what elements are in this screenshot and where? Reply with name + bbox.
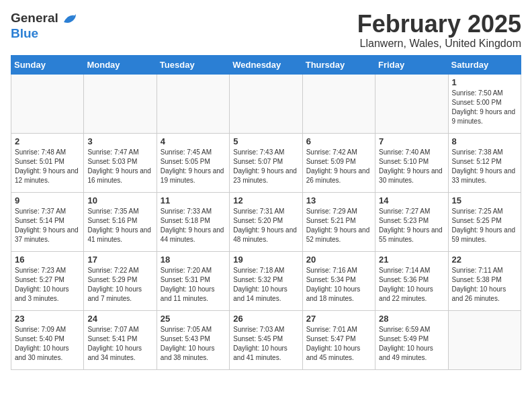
day-info: Sunrise: 7:22 AM Sunset: 5:29 PM Dayligh… [87, 266, 152, 304]
calendar-cell: 19Sunrise: 7:18 AM Sunset: 5:32 PM Dayli… [230, 251, 302, 310]
calendar-cell: 26Sunrise: 7:03 AM Sunset: 5:45 PM Dayli… [230, 310, 302, 369]
calendar-cell [84, 74, 157, 133]
day-info: Sunrise: 7:23 AM Sunset: 5:27 PM Dayligh… [15, 266, 80, 304]
calendar-cell: 22Sunrise: 7:11 AM Sunset: 5:38 PM Dayli… [448, 251, 521, 310]
week-row-5: 23Sunrise: 7:09 AM Sunset: 5:40 PM Dayli… [11, 310, 521, 369]
weekday-header-thursday: Thursday [302, 55, 375, 74]
day-info: Sunrise: 7:48 AM Sunset: 5:01 PM Dayligh… [15, 148, 80, 185]
day-number: 17 [87, 255, 152, 265]
day-number: 4 [161, 136, 226, 146]
day-info: Sunrise: 7:35 AM Sunset: 5:16 PM Dayligh… [87, 207, 152, 244]
day-info: Sunrise: 7:01 AM Sunset: 5:47 PM Dayligh… [306, 325, 371, 363]
calendar-cell: 25Sunrise: 7:05 AM Sunset: 5:43 PM Dayli… [157, 310, 229, 369]
calendar-cell: 23Sunrise: 7:09 AM Sunset: 5:40 PM Dayli… [11, 310, 84, 369]
day-info: Sunrise: 7:37 AM Sunset: 5:14 PM Dayligh… [15, 207, 80, 244]
calendar-cell: 17Sunrise: 7:22 AM Sunset: 5:29 PM Dayli… [84, 251, 157, 310]
calendar-cell: 9Sunrise: 7:37 AM Sunset: 5:14 PM Daylig… [11, 192, 84, 251]
day-number: 7 [379, 136, 444, 146]
calendar-cell: 24Sunrise: 7:07 AM Sunset: 5:41 PM Dayli… [84, 310, 157, 369]
day-number: 1 [452, 77, 517, 87]
calendar-cell: 13Sunrise: 7:29 AM Sunset: 5:21 PM Dayli… [302, 192, 375, 251]
day-info: Sunrise: 6:59 AM Sunset: 5:49 PM Dayligh… [379, 325, 444, 363]
calendar-cell: 6Sunrise: 7:42 AM Sunset: 5:09 PM Daylig… [302, 133, 375, 192]
day-number: 3 [87, 136, 152, 146]
day-number: 20 [306, 255, 371, 265]
logo: General Blue [11, 11, 77, 41]
week-row-2: 2Sunrise: 7:48 AM Sunset: 5:01 PM Daylig… [11, 133, 521, 192]
weekday-header-sunday: Sunday [11, 55, 84, 74]
day-info: Sunrise: 7:38 AM Sunset: 5:12 PM Dayligh… [452, 148, 517, 185]
logo-bird-icon [62, 13, 77, 25]
day-number: 9 [15, 195, 80, 205]
day-number: 13 [306, 195, 371, 205]
day-number: 18 [161, 255, 226, 265]
weekday-header-monday: Monday [84, 55, 157, 74]
calendar-cell [157, 74, 229, 133]
day-info: Sunrise: 7:20 AM Sunset: 5:31 PM Dayligh… [161, 266, 226, 304]
calendar-cell [375, 74, 448, 133]
day-number: 2 [15, 136, 80, 146]
day-number: 11 [161, 195, 226, 205]
calendar-cell: 3Sunrise: 7:47 AM Sunset: 5:03 PM Daylig… [84, 133, 157, 192]
weekday-header-wednesday: Wednesday [230, 55, 302, 74]
day-number: 28 [379, 314, 444, 324]
day-number: 16 [15, 255, 80, 265]
day-number: 26 [233, 314, 298, 324]
day-info: Sunrise: 7:03 AM Sunset: 5:45 PM Dayligh… [233, 325, 298, 363]
day-info: Sunrise: 7:09 AM Sunset: 5:40 PM Dayligh… [15, 325, 80, 363]
day-info: Sunrise: 7:05 AM Sunset: 5:43 PM Dayligh… [161, 325, 226, 363]
day-number: 24 [87, 314, 152, 324]
calendar-cell: 7Sunrise: 7:40 AM Sunset: 5:10 PM Daylig… [375, 133, 448, 192]
day-info: Sunrise: 7:43 AM Sunset: 5:07 PM Dayligh… [233, 148, 298, 185]
day-number: 15 [452, 195, 517, 205]
week-row-3: 9Sunrise: 7:37 AM Sunset: 5:14 PM Daylig… [11, 192, 521, 251]
day-info: Sunrise: 7:47 AM Sunset: 5:03 PM Dayligh… [87, 148, 152, 185]
day-number: 23 [15, 314, 80, 324]
calendar-cell [230, 74, 302, 133]
month-title: February 2025 [357, 11, 521, 38]
calendar-cell: 20Sunrise: 7:16 AM Sunset: 5:34 PM Dayli… [302, 251, 375, 310]
title-area: February 2025 Llanwern, Wales, United Ki… [357, 11, 521, 50]
day-number: 25 [161, 314, 226, 324]
calendar-table: SundayMondayTuesdayWednesdayThursdayFrid… [11, 55, 521, 370]
calendar-cell [448, 310, 521, 369]
calendar-cell: 21Sunrise: 7:14 AM Sunset: 5:36 PM Dayli… [375, 251, 448, 310]
calendar-cell: 27Sunrise: 7:01 AM Sunset: 5:47 PM Dayli… [302, 310, 375, 369]
weekday-header-tuesday: Tuesday [157, 55, 229, 74]
day-info: Sunrise: 7:07 AM Sunset: 5:41 PM Dayligh… [87, 325, 152, 363]
calendar-cell: 16Sunrise: 7:23 AM Sunset: 5:27 PM Dayli… [11, 251, 84, 310]
calendar-cell: 8Sunrise: 7:38 AM Sunset: 5:12 PM Daylig… [448, 133, 521, 192]
day-info: Sunrise: 7:16 AM Sunset: 5:34 PM Dayligh… [306, 266, 371, 304]
logo-blue-text: Blue [11, 26, 77, 41]
calendar-cell: 28Sunrise: 6:59 AM Sunset: 5:49 PM Dayli… [375, 310, 448, 369]
page-header: General Blue February 2025 Llanwern, Wal… [11, 11, 521, 50]
day-info: Sunrise: 7:18 AM Sunset: 5:32 PM Dayligh… [233, 266, 298, 304]
day-number: 14 [379, 195, 444, 205]
day-info: Sunrise: 7:33 AM Sunset: 5:18 PM Dayligh… [161, 207, 226, 244]
day-info: Sunrise: 7:31 AM Sunset: 5:20 PM Dayligh… [233, 207, 298, 244]
day-info: Sunrise: 7:45 AM Sunset: 5:05 PM Dayligh… [161, 148, 226, 185]
week-row-4: 16Sunrise: 7:23 AM Sunset: 5:27 PM Dayli… [11, 251, 521, 310]
location: Llanwern, Wales, United Kingdom [357, 38, 521, 50]
day-number: 27 [306, 314, 371, 324]
calendar-cell: 15Sunrise: 7:25 AM Sunset: 5:25 PM Dayli… [448, 192, 521, 251]
calendar-cell: 18Sunrise: 7:20 AM Sunset: 5:31 PM Dayli… [157, 251, 229, 310]
calendar-cell: 12Sunrise: 7:31 AM Sunset: 5:20 PM Dayli… [230, 192, 302, 251]
day-number: 12 [233, 195, 298, 205]
calendar-cell: 1Sunrise: 7:50 AM Sunset: 5:00 PM Daylig… [448, 74, 521, 133]
week-row-1: 1Sunrise: 7:50 AM Sunset: 5:00 PM Daylig… [11, 74, 521, 133]
day-info: Sunrise: 7:14 AM Sunset: 5:36 PM Dayligh… [379, 266, 444, 304]
weekday-header-friday: Friday [375, 55, 448, 74]
day-info: Sunrise: 7:11 AM Sunset: 5:38 PM Dayligh… [452, 266, 517, 304]
day-number: 10 [87, 195, 152, 205]
day-number: 22 [452, 255, 517, 265]
day-number: 21 [379, 255, 444, 265]
logo-text: General [11, 11, 77, 26]
calendar-cell: 4Sunrise: 7:45 AM Sunset: 5:05 PM Daylig… [157, 133, 229, 192]
calendar-cell: 14Sunrise: 7:27 AM Sunset: 5:23 PM Dayli… [375, 192, 448, 251]
day-info: Sunrise: 7:40 AM Sunset: 5:10 PM Dayligh… [379, 148, 444, 185]
calendar-cell: 5Sunrise: 7:43 AM Sunset: 5:07 PM Daylig… [230, 133, 302, 192]
weekday-header-saturday: Saturday [448, 55, 521, 74]
day-info: Sunrise: 7:27 AM Sunset: 5:23 PM Dayligh… [379, 207, 444, 244]
calendar-cell [11, 74, 84, 133]
